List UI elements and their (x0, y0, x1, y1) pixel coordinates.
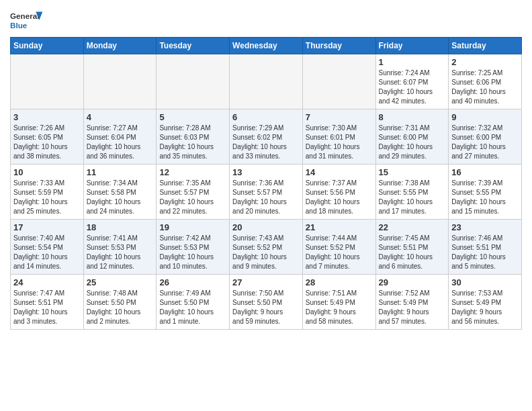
page-container: GeneralBlue SundayMondayTuesdayWednesday… (0, 0, 532, 333)
calendar-cell: 1Sunrise: 7:24 AM Sunset: 6:07 PM Daylig… (375, 54, 449, 109)
calendar-week-row: 17Sunrise: 7:40 AM Sunset: 5:54 PM Dayli… (11, 220, 522, 275)
day-number: 22 (379, 222, 446, 232)
day-info: Sunrise: 7:48 AM Sunset: 5:50 PM Dayligh… (87, 289, 154, 326)
calendar-cell: 27Sunrise: 7:50 AM Sunset: 5:50 PM Dayli… (230, 275, 303, 330)
calendar-cell: 30Sunrise: 7:53 AM Sunset: 5:49 PM Dayli… (449, 275, 522, 330)
day-number: 3 (13, 112, 81, 122)
calendar-cell (302, 54, 375, 109)
calendar-cell: 16Sunrise: 7:39 AM Sunset: 5:55 PM Dayli… (449, 165, 522, 220)
day-info: Sunrise: 7:29 AM Sunset: 6:02 PM Dayligh… (232, 124, 300, 161)
day-info: Sunrise: 7:49 AM Sunset: 5:50 PM Dayligh… (159, 289, 226, 326)
calendar-week-row: 24Sunrise: 7:47 AM Sunset: 5:51 PM Dayli… (11, 275, 522, 330)
day-number: 15 (379, 167, 446, 177)
calendar-cell: 13Sunrise: 7:36 AM Sunset: 5:57 PM Dayli… (230, 165, 303, 220)
day-info: Sunrise: 7:40 AM Sunset: 5:54 PM Dayligh… (13, 234, 81, 271)
svg-text:Blue: Blue (10, 21, 28, 30)
day-number: 16 (451, 167, 519, 177)
weekday-header: Sunday (11, 38, 84, 54)
calendar-cell: 19Sunrise: 7:42 AM Sunset: 5:53 PM Dayli… (157, 220, 230, 275)
day-info: Sunrise: 7:46 AM Sunset: 5:51 PM Dayligh… (451, 234, 519, 271)
calendar-cell (83, 54, 157, 109)
calendar-cell: 20Sunrise: 7:43 AM Sunset: 5:52 PM Dayli… (230, 220, 303, 275)
calendar-cell: 12Sunrise: 7:35 AM Sunset: 5:57 PM Dayli… (157, 165, 230, 220)
day-number: 27 (232, 277, 300, 287)
day-info: Sunrise: 7:32 AM Sunset: 6:00 PM Dayligh… (451, 124, 519, 161)
day-number: 18 (87, 222, 154, 232)
day-info: Sunrise: 7:52 AM Sunset: 5:49 PM Dayligh… (379, 289, 446, 326)
calendar-cell: 5Sunrise: 7:28 AM Sunset: 6:03 PM Daylig… (157, 109, 230, 165)
calendar-cell: 7Sunrise: 7:30 AM Sunset: 6:01 PM Daylig… (302, 109, 375, 165)
day-info: Sunrise: 7:27 AM Sunset: 6:04 PM Dayligh… (87, 124, 154, 161)
day-number: 10 (13, 167, 81, 177)
day-number: 11 (87, 167, 154, 177)
calendar-cell: 3Sunrise: 7:26 AM Sunset: 6:05 PM Daylig… (11, 109, 84, 165)
day-number: 17 (13, 222, 81, 232)
calendar-cell (11, 54, 84, 109)
calendar-cell: 15Sunrise: 7:38 AM Sunset: 5:55 PM Dayli… (375, 165, 449, 220)
day-info: Sunrise: 7:35 AM Sunset: 5:57 PM Dayligh… (159, 179, 226, 216)
calendar-cell: 14Sunrise: 7:37 AM Sunset: 5:56 PM Dayli… (302, 165, 375, 220)
calendar-cell: 18Sunrise: 7:41 AM Sunset: 5:53 PM Dayli… (83, 220, 157, 275)
calendar-cell: 6Sunrise: 7:29 AM Sunset: 6:02 PM Daylig… (230, 109, 303, 165)
weekday-header-row: SundayMondayTuesdayWednesdayThursdayFrid… (11, 38, 522, 54)
calendar-week-row: 1Sunrise: 7:24 AM Sunset: 6:07 PM Daylig… (11, 54, 522, 109)
day-info: Sunrise: 7:28 AM Sunset: 6:03 PM Dayligh… (159, 124, 226, 161)
day-number: 21 (306, 222, 373, 232)
day-number: 19 (159, 222, 226, 232)
day-info: Sunrise: 7:30 AM Sunset: 6:01 PM Dayligh… (306, 124, 373, 161)
day-number: 6 (232, 112, 300, 122)
weekday-header: Wednesday (230, 38, 303, 54)
day-info: Sunrise: 7:53 AM Sunset: 5:49 PM Dayligh… (451, 289, 519, 326)
calendar-cell: 10Sunrise: 7:33 AM Sunset: 5:59 PM Dayli… (11, 165, 84, 220)
day-info: Sunrise: 7:34 AM Sunset: 5:58 PM Dayligh… (87, 179, 154, 216)
weekday-header: Tuesday (157, 38, 230, 54)
weekday-header: Friday (375, 38, 449, 54)
calendar-cell: 25Sunrise: 7:48 AM Sunset: 5:50 PM Dayli… (83, 275, 157, 330)
day-info: Sunrise: 7:31 AM Sunset: 6:00 PM Dayligh… (379, 124, 446, 161)
calendar-cell: 2Sunrise: 7:25 AM Sunset: 6:06 PM Daylig… (449, 54, 522, 109)
calendar-cell (230, 54, 303, 109)
calendar-cell: 9Sunrise: 7:32 AM Sunset: 6:00 PM Daylig… (449, 109, 522, 165)
calendar-cell: 21Sunrise: 7:44 AM Sunset: 5:52 PM Dayli… (302, 220, 375, 275)
calendar-cell: 11Sunrise: 7:34 AM Sunset: 5:58 PM Dayli… (83, 165, 157, 220)
day-number: 30 (451, 277, 519, 287)
day-info: Sunrise: 7:36 AM Sunset: 5:57 PM Dayligh… (232, 179, 300, 216)
day-number: 8 (379, 112, 446, 122)
day-info: Sunrise: 7:41 AM Sunset: 5:53 PM Dayligh… (87, 234, 154, 271)
day-info: Sunrise: 7:42 AM Sunset: 5:53 PM Dayligh… (159, 234, 226, 271)
day-info: Sunrise: 7:26 AM Sunset: 6:05 PM Dayligh… (13, 124, 81, 161)
day-info: Sunrise: 7:38 AM Sunset: 5:55 PM Dayligh… (379, 179, 446, 216)
weekday-header: Monday (83, 38, 157, 54)
calendar-cell: 23Sunrise: 7:46 AM Sunset: 5:51 PM Dayli… (449, 220, 522, 275)
day-number: 5 (159, 112, 226, 122)
day-number: 26 (159, 277, 226, 287)
day-info: Sunrise: 7:45 AM Sunset: 5:51 PM Dayligh… (379, 234, 446, 271)
calendar-cell: 4Sunrise: 7:27 AM Sunset: 6:04 PM Daylig… (83, 109, 157, 165)
day-number: 20 (232, 222, 300, 232)
day-number: 4 (87, 112, 154, 122)
calendar-cell (157, 54, 230, 109)
day-number: 12 (159, 167, 226, 177)
day-info: Sunrise: 7:47 AM Sunset: 5:51 PM Dayligh… (13, 289, 81, 326)
day-info: Sunrise: 7:44 AM Sunset: 5:52 PM Dayligh… (306, 234, 373, 271)
calendar-cell: 24Sunrise: 7:47 AM Sunset: 5:51 PM Dayli… (11, 275, 84, 330)
day-info: Sunrise: 7:37 AM Sunset: 5:56 PM Dayligh… (306, 179, 373, 216)
day-number: 7 (306, 112, 373, 122)
calendar-cell: 8Sunrise: 7:31 AM Sunset: 6:00 PM Daylig… (375, 109, 449, 165)
day-number: 28 (306, 277, 373, 287)
calendar-cell: 28Sunrise: 7:51 AM Sunset: 5:49 PM Dayli… (302, 275, 375, 330)
day-info: Sunrise: 7:33 AM Sunset: 5:59 PM Dayligh… (13, 179, 81, 216)
day-number: 9 (451, 112, 519, 122)
calendar-cell: 26Sunrise: 7:49 AM Sunset: 5:50 PM Dayli… (157, 275, 230, 330)
day-number: 23 (451, 222, 519, 232)
day-info: Sunrise: 7:43 AM Sunset: 5:52 PM Dayligh… (232, 234, 300, 271)
day-number: 25 (87, 277, 154, 287)
weekday-header: Saturday (449, 38, 522, 54)
calendar-table: SundayMondayTuesdayWednesdayThursdayFrid… (10, 37, 522, 330)
calendar-cell: 17Sunrise: 7:40 AM Sunset: 5:54 PM Dayli… (11, 220, 84, 275)
weekday-header: Thursday (302, 38, 375, 54)
day-info: Sunrise: 7:25 AM Sunset: 6:06 PM Dayligh… (451, 68, 519, 106)
calendar-cell: 29Sunrise: 7:52 AM Sunset: 5:49 PM Dayli… (375, 275, 449, 330)
day-number: 24 (13, 277, 81, 287)
day-number: 29 (379, 277, 446, 287)
